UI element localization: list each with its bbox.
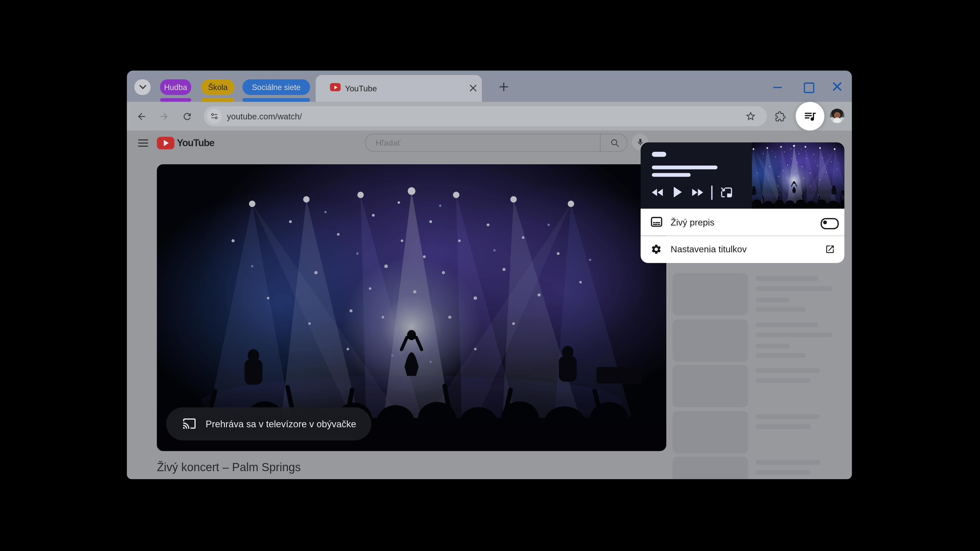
window-close-button[interactable]: [832, 81, 843, 92]
related-video-skeleton-item: [673, 411, 840, 453]
video-title: Živý koncert – Palm Springs: [157, 460, 301, 474]
tab-group-hudba[interactable]: Hudba: [160, 79, 191, 95]
url-text: youtube.com/watch/: [227, 106, 302, 126]
media-session-card: [641, 142, 844, 209]
cast-icon: [183, 418, 196, 430]
skeleton-text-line: [756, 332, 832, 337]
bookmark-star-icon[interactable]: [745, 110, 756, 122]
media-thumbnail: [752, 142, 844, 209]
tab-group-socialne-siete[interactable]: Sociálne siete: [242, 79, 310, 95]
video-player[interactable]: Prehráva sa v televízore v obývačke: [157, 164, 667, 451]
search-icon[interactable]: [610, 138, 620, 148]
related-video-skeleton-item: [673, 273, 840, 316]
youtube-logo-text[interactable]: YouTube: [177, 131, 214, 155]
chevron-down-icon: [139, 85, 146, 89]
skeleton-thumbnail: [673, 319, 748, 362]
cast-status-text: Prehráva sa v televízore v obývačke: [206, 419, 356, 429]
media-title-placeholder: [652, 165, 718, 169]
live-caption-icon: [651, 217, 662, 227]
playlist-music-icon: [803, 110, 817, 123]
tab-group-socialne-siete-label: Sociálne siete: [252, 83, 301, 91]
extensions-icon[interactable]: [775, 111, 786, 122]
browser-window: Hudba Škola Sociálne siete YouTube: [127, 71, 852, 479]
controls-divider: [711, 186, 713, 200]
cast-status-overlay: Prehráva sa v televízore v obývačke: [166, 407, 371, 441]
hamburger-menu-icon[interactable]: [138, 139, 148, 147]
forward-icon[interactable]: [159, 111, 169, 122]
tab-group-skola-underline: [201, 98, 234, 102]
previous-track-icon[interactable]: [652, 187, 664, 197]
tab-title: YouTube: [345, 75, 377, 102]
media-source-placeholder: [652, 152, 666, 157]
next-track-icon[interactable]: [690, 187, 703, 197]
open-in-new-icon: [825, 244, 835, 254]
youtube-favicon-icon: [330, 83, 341, 91]
toolbar: youtube.com/watch/: [127, 102, 852, 130]
skeleton-text-line: [756, 343, 789, 348]
tab-youtube[interactable]: YouTube: [316, 75, 482, 102]
skeleton-text-line: [756, 368, 820, 373]
skeleton-text-line: [756, 306, 806, 312]
live-caption-label: Živý prepis: [671, 217, 714, 227]
reload-icon[interactable]: [182, 111, 192, 122]
skeleton-text-line: [756, 414, 820, 419]
concert-thumbnail-image: [752, 142, 844, 209]
live-caption-toggle[interactable]: [821, 218, 839, 229]
media-controls-button[interactable]: [796, 102, 824, 130]
tab-group-hudba-label: Hudba: [164, 83, 187, 91]
skeleton-text-line: [756, 424, 811, 429]
search-divider: [600, 135, 600, 151]
caption-settings-label: Nastavenia titulkov: [671, 245, 747, 254]
skeleton-thumbnail: [673, 457, 748, 479]
tab-group-skola-label: Škola: [208, 83, 228, 91]
search-bar[interactable]: Hľadať: [365, 134, 628, 152]
picture-in-picture-icon[interactable]: [720, 186, 733, 199]
address-bar[interactable]: youtube.com/watch/: [204, 106, 767, 126]
skeleton-text-line: [756, 286, 832, 291]
related-video-skeleton-item: [673, 319, 840, 362]
row-divider: [641, 235, 844, 236]
media-artist-placeholder: [652, 173, 690, 177]
live-caption-row[interactable]: Živý prepis: [641, 209, 844, 235]
gear-icon: [651, 244, 662, 255]
play-icon[interactable]: [673, 187, 682, 197]
skeleton-text-line: [756, 353, 806, 358]
skeleton-thumbnail: [673, 273, 748, 316]
skeleton-text-line: [756, 378, 811, 383]
back-icon[interactable]: [136, 111, 147, 122]
new-tab-button[interactable]: [500, 83, 508, 91]
skeleton-text-line: [756, 470, 811, 475]
youtube-logo-icon[interactable]: [157, 137, 175, 149]
skeleton-text-line: [756, 322, 818, 327]
tune-icon: [210, 112, 219, 121]
skeleton-text-line: [756, 276, 818, 281]
screen: Hudba Škola Sociálne siete YouTube: [0, 0, 980, 551]
related-video-skeleton-item: [673, 365, 840, 407]
caption-settings-row[interactable]: Nastavenia titulkov: [641, 236, 844, 262]
window-maximize-button[interactable]: [803, 83, 815, 93]
skeleton-thumbnail: [673, 411, 748, 453]
tab-group-socialne-siete-underline: [242, 98, 310, 102]
tab-close-icon[interactable]: [469, 84, 477, 92]
skeleton-text-line: [756, 460, 820, 465]
profile-avatar[interactable]: [830, 109, 844, 123]
site-settings-button[interactable]: [207, 109, 222, 124]
skeleton-text-line: [756, 297, 789, 303]
tab-group-skola[interactable]: Škola: [201, 79, 234, 95]
tab-group-hudba-underline: [160, 98, 191, 102]
search-placeholder: Hľadať: [375, 135, 401, 151]
related-video-skeleton-item: [673, 457, 840, 479]
tab-search-button[interactable]: [135, 79, 151, 95]
toggle-knob: [823, 220, 827, 224]
window-minimize-button[interactable]: [773, 86, 782, 88]
skeleton-thumbnail: [673, 365, 748, 407]
